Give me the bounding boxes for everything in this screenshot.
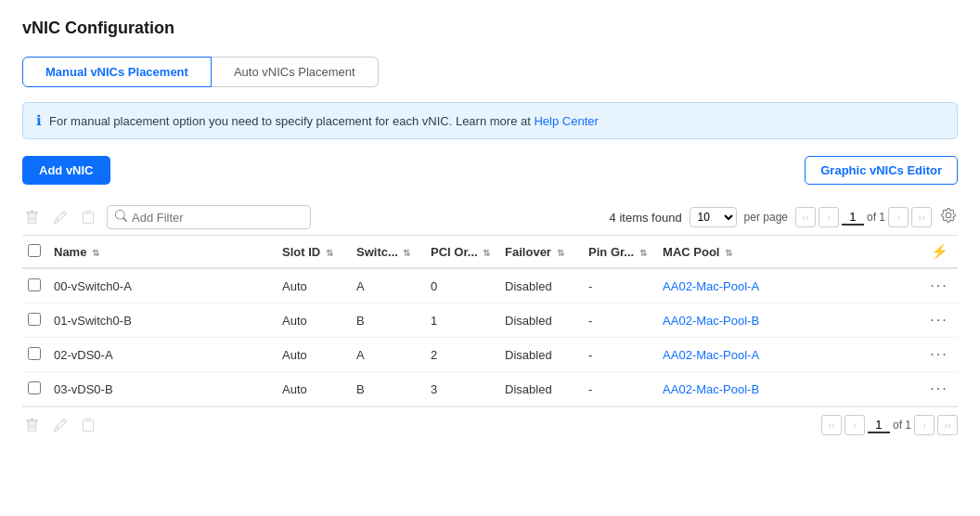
row-name: 00-vSwitch0-A xyxy=(48,268,277,303)
graphic-vnic-editor-button[interactable]: Graphic vNICs Editor xyxy=(805,156,958,185)
header-checkbox-col xyxy=(22,236,48,268)
tab-auto[interactable]: Auto vNICs Placement xyxy=(212,57,379,87)
row-mac-pool: AA02-Mac-Pool-B xyxy=(657,372,921,406)
tabs-container: Manual vNICs Placement Auto vNICs Placem… xyxy=(22,57,958,87)
row-pci-order: 2 xyxy=(425,338,499,372)
row-checkbox[interactable] xyxy=(28,313,41,326)
table-header-row: Name ⇅ Slot ID ⇅ Switc... ⇅ PCI Or... ⇅ … xyxy=(22,236,958,268)
table-toolbar: 4 items found 10 25 50 100 per page ‹‹ ‹… xyxy=(22,198,958,236)
table-row: 03-vDS0-B Auto B 3 Disabled - AA02-Mac-P… xyxy=(22,372,958,406)
header-actions: ⚡ xyxy=(921,236,958,268)
row-actions: ··· xyxy=(921,338,958,372)
row-switch: A xyxy=(351,338,425,372)
row-slot-id: Auto xyxy=(277,372,351,406)
edit-button[interactable] xyxy=(51,208,70,226)
bottom-page-last-button[interactable]: ›› xyxy=(937,415,958,435)
slot-sort-icon[interactable]: ⇅ xyxy=(326,248,333,258)
row-checkbox[interactable] xyxy=(28,347,41,360)
row-name: 02-vDS0-A xyxy=(48,338,277,372)
table-row: 01-vSwitch0-B Auto B 1 Disabled - AA02-M… xyxy=(22,303,958,338)
row-checkbox-cell xyxy=(22,268,48,303)
page-first-button[interactable]: ‹‹ xyxy=(795,207,816,227)
tab-manual[interactable]: Manual vNICs Placement xyxy=(22,57,212,87)
bottom-page-first-button[interactable]: ‹‹ xyxy=(821,415,842,435)
info-icon: ℹ xyxy=(36,112,42,129)
row-pin-group: - xyxy=(583,372,657,406)
row-slot-id: Auto xyxy=(277,268,351,303)
page-current-input[interactable] xyxy=(842,210,864,226)
row-checkbox[interactable] xyxy=(28,278,41,291)
header-switch: Switc... ⇅ xyxy=(351,236,425,268)
header-pci-order: PCI Or... ⇅ xyxy=(425,236,499,268)
bottom-page-next-button[interactable]: › xyxy=(914,415,935,435)
add-vnic-button[interactable]: Add vNIC xyxy=(22,156,110,185)
row-actions-button[interactable]: ··· xyxy=(926,312,951,329)
info-banner: ℹ For manual placement option you need t… xyxy=(22,102,958,139)
row-failover: Disabled xyxy=(499,372,583,406)
row-pin-group: - xyxy=(583,268,657,303)
items-found: 4 items found xyxy=(610,211,682,225)
failover-sort-icon[interactable]: ⇅ xyxy=(557,248,564,258)
mac-pool-link[interactable]: AA02-Mac-Pool-B xyxy=(663,382,759,396)
pin-sort-icon[interactable]: ⇅ xyxy=(639,248,647,258)
page-next-button[interactable]: › xyxy=(888,207,909,227)
page-of-label: of 1 xyxy=(867,211,885,224)
bottom-toolbar: ‹‹ ‹ of 1 › ›› xyxy=(22,406,958,435)
row-actions-button[interactable]: ··· xyxy=(926,277,951,294)
search-icon xyxy=(115,210,127,225)
row-name: 01-vSwitch0-B xyxy=(48,303,277,338)
row-pin-group: - xyxy=(583,303,657,338)
row-checkbox[interactable] xyxy=(28,381,41,394)
per-page-select[interactable]: 10 25 50 100 xyxy=(690,207,737,227)
row-failover: Disabled xyxy=(499,268,583,303)
row-slot-id: Auto xyxy=(277,303,351,338)
name-sort-icon[interactable]: ⇅ xyxy=(92,248,99,258)
delete-button[interactable] xyxy=(22,208,42,227)
bottom-copy-button[interactable] xyxy=(79,416,97,434)
row-slot-id: Auto xyxy=(277,338,351,372)
row-mac-pool: AA02-Mac-Pool-A xyxy=(657,338,921,372)
page-title: vNIC Configuration xyxy=(22,19,958,38)
row-name: 03-vDS0-B xyxy=(48,372,277,406)
page-last-button[interactable]: ›› xyxy=(911,207,932,227)
bottom-edit-button[interactable] xyxy=(51,416,70,434)
row-checkbox-cell xyxy=(22,338,48,372)
filter-input-wrapper[interactable] xyxy=(107,205,311,229)
header-pin-group: Pin Gr... ⇅ xyxy=(583,236,657,268)
row-failover: Disabled xyxy=(499,303,583,338)
mac-pool-link[interactable]: AA02-Mac-Pool-A xyxy=(663,279,759,293)
bottom-page-prev-button[interactable]: ‹ xyxy=(845,415,865,435)
filter-input[interactable] xyxy=(132,211,303,225)
pagination-controls: ‹‹ ‹ of 1 › ›› xyxy=(795,207,932,227)
bottom-delete-button[interactable] xyxy=(22,416,42,435)
mac-sort-icon[interactable]: ⇅ xyxy=(725,248,732,258)
row-failover: Disabled xyxy=(499,338,583,372)
row-switch: B xyxy=(351,372,425,406)
row-switch: A xyxy=(351,268,425,303)
settings-button[interactable] xyxy=(939,206,958,228)
mac-pool-link[interactable]: AA02-Mac-Pool-A xyxy=(663,348,759,362)
row-pin-group: - xyxy=(583,338,657,372)
header-failover: Failover ⇅ xyxy=(499,236,583,268)
row-actions-button[interactable]: ··· xyxy=(926,381,951,397)
page-prev-button[interactable]: ‹ xyxy=(819,207,839,227)
help-center-link[interactable]: Help Center xyxy=(534,114,598,128)
row-actions: ··· xyxy=(921,268,958,303)
bottom-page-current-input[interactable] xyxy=(868,418,890,433)
header-name: Name ⇅ xyxy=(48,236,277,268)
lightning-icon: ⚡ xyxy=(931,243,948,259)
row-switch: B xyxy=(351,303,425,338)
vnic-table: Name ⇅ Slot ID ⇅ Switc... ⇅ PCI Or... ⇅ … xyxy=(22,236,958,406)
select-all-checkbox[interactable] xyxy=(28,244,41,257)
row-mac-pool: AA02-Mac-Pool-B xyxy=(657,303,921,338)
bottom-pagination: ‹‹ ‹ of 1 › ›› xyxy=(821,415,958,435)
switch-sort-icon[interactable]: ⇅ xyxy=(403,248,410,258)
row-mac-pool: AA02-Mac-Pool-A xyxy=(657,268,921,303)
row-pci-order: 3 xyxy=(425,372,499,406)
mac-pool-link[interactable]: AA02-Mac-Pool-B xyxy=(663,314,759,328)
copy-button[interactable] xyxy=(79,208,97,226)
pci-sort-icon[interactable]: ⇅ xyxy=(483,248,490,258)
row-pci-order: 0 xyxy=(425,268,499,303)
per-page-label: per page xyxy=(744,211,788,224)
row-actions-button[interactable]: ··· xyxy=(926,346,951,363)
